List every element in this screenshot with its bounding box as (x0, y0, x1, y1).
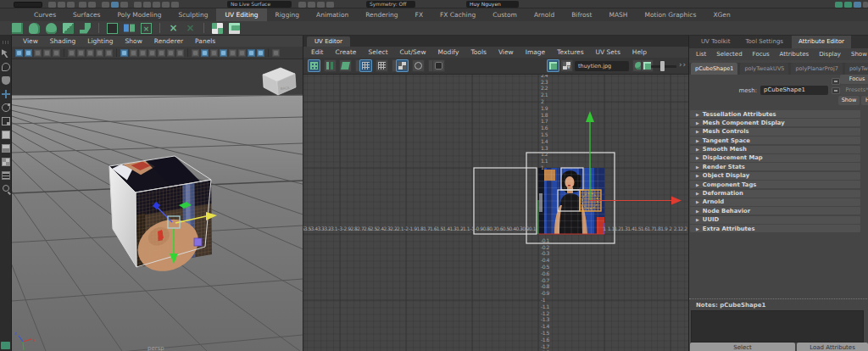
make-live-icon[interactable] (171, 2, 179, 8)
uv-textured-view-icon[interactable] (308, 59, 320, 72)
uv-editor-menu-item[interactable]: Textures (551, 47, 589, 58)
uv-editor-menu-item[interactable]: Cut/Sew (394, 47, 432, 58)
expand-attribute-button[interactable] (832, 78, 840, 85)
layout-single-pane-button[interactable] (2, 131, 10, 139)
smooth-shade-icon[interactable] (201, 49, 209, 57)
background-cube[interactable]: BACK (263, 68, 296, 95)
focus-button[interactable]: Focus (840, 75, 868, 84)
workspace-icon[interactable] (835, 2, 843, 8)
shelf-separator[interactable] (203, 23, 204, 33)
move-tool[interactable] (2, 90, 10, 98)
grid-toggle-icon[interactable] (359, 59, 372, 72)
redo-icon[interactable] (88, 2, 96, 8)
planar-projection-icon[interactable] (12, 23, 23, 34)
render-view-icon[interactable] (308, 2, 315, 8)
shade-uvs-icon[interactable] (324, 59, 337, 72)
select-camera-icon[interactable] (15, 49, 23, 57)
viewport-menu-item[interactable]: Show (120, 36, 148, 47)
shelf-tab[interactable]: XGen (704, 8, 738, 21)
notes-textarea[interactable] (691, 310, 864, 343)
hide-button[interactable]: Hide (861, 96, 868, 105)
attribute-editor-menu-item[interactable]: Attributes (775, 48, 815, 60)
shelf-tab[interactable]: UV Editing (216, 8, 266, 21)
shelf-tab[interactable]: Rendering (357, 8, 406, 21)
undo-icon[interactable] (79, 2, 86, 8)
uv-canvas[interactable]: -3.6-3.5-3.4-3.3-3.2-3.1-3-2.9-2.8-2.7-2… (303, 75, 689, 351)
menu-set-selector[interactable] (14, 2, 42, 8)
cylindrical-projection-icon[interactable] (29, 23, 40, 34)
construction-history-icon[interactable] (298, 2, 306, 8)
measure-icon[interactable] (854, 2, 861, 8)
pixel-snap-icon[interactable] (376, 59, 388, 72)
save-scene-icon[interactable] (67, 2, 75, 8)
node-tab[interactable]: polyTweakUV5 (740, 63, 788, 75)
uv-editor-menu-item[interactable]: Image (520, 47, 552, 58)
shelf-tab[interactable]: Rigging (267, 8, 308, 21)
checker-map-icon[interactable] (212, 23, 223, 34)
spherical-projection-icon[interactable] (46, 23, 57, 34)
use-all-lights-icon[interactable] (229, 49, 236, 57)
snap-to-point-icon[interactable] (153, 2, 160, 8)
uv-snapshot-camera-icon[interactable] (432, 59, 445, 72)
two-d-pan-zoom-icon[interactable] (68, 49, 75, 57)
layout-hypershade-button[interactable] (3, 185, 9, 192)
node-tab[interactable]: polyTweakUV4 (845, 63, 868, 75)
shelf-tab[interactable]: Animation (308, 8, 357, 21)
attribute-section-header[interactable]: ▶ Object Display (690, 172, 860, 180)
toolbar-separator[interactable] (187, 48, 188, 57)
scale-tool[interactable] (2, 117, 10, 125)
right-panel-tab[interactable]: Tool Settings (738, 36, 790, 48)
shelf-tab[interactable]: Bifrost (563, 8, 600, 21)
image-plane-icon[interactable] (53, 49, 60, 57)
automatic-projection-icon[interactable] (63, 23, 74, 34)
shelf-tab[interactable]: Surfaces (64, 8, 108, 21)
attribute-section-header[interactable]: ▶ Deformation (690, 190, 860, 198)
attribute-section-header[interactable]: ▶ Displacement Map (690, 154, 860, 162)
attribute-section-header[interactable]: ▶ Mesh Component Display (690, 119, 860, 126)
oversample-icon[interactable] (77, 49, 85, 57)
toolbox-grip[interactable] (3, 41, 9, 44)
layout-outliner-button[interactable] (2, 171, 10, 180)
attribute-section-header[interactable]: ▶ Node Behavior (690, 207, 860, 214)
uv-editor-menu-item[interactable]: Create (330, 47, 363, 58)
snap-to-plane-icon[interactable] (162, 2, 170, 8)
layout-four-pane-button[interactable] (2, 158, 10, 166)
checker-tiles-icon[interactable] (396, 59, 409, 72)
shelf-tab[interactable]: Poly Modeling (109, 8, 170, 21)
contour-stretch-projection-icon[interactable] (80, 23, 91, 34)
toolbox-bottom-icon[interactable] (1, 342, 10, 349)
attribute-editor-menu-item[interactable]: Show (846, 48, 868, 60)
safe-action-icon[interactable] (167, 49, 175, 57)
anti-alias-icon[interactable] (257, 49, 264, 57)
select-button[interactable]: Select (690, 343, 795, 351)
wireframe-icon[interactable] (192, 49, 199, 57)
show-button[interactable]: Show (838, 96, 860, 105)
node-tab[interactable]: polyPlanarProj7 (791, 63, 843, 75)
right-panel-tab[interactable]: Attribute Editor (792, 36, 851, 48)
attribute-editor-menu-item[interactable]: Selected (711, 48, 747, 60)
ipr-render-icon[interactable] (317, 2, 325, 8)
new-scene-icon[interactable] (48, 2, 56, 8)
uv-editor-menu-item[interactable]: Tools (465, 47, 492, 58)
snap-to-grid-icon[interactable] (134, 2, 142, 8)
shadows-icon[interactable] (238, 49, 246, 57)
pencil-icon[interactable] (105, 49, 113, 57)
attribute-section-header[interactable]: ▶ Mesh Controls (690, 128, 860, 136)
no-live-surface-field[interactable]: No Live Surface (227, 1, 292, 8)
shelf-tab[interactable]: Custom (484, 8, 526, 21)
select-tool[interactable] (2, 49, 10, 58)
lasso-tool[interactable] (2, 63, 10, 71)
sew-uv-icon[interactable] (185, 23, 196, 34)
toolbar-expand-icon[interactable]: ›› (679, 60, 687, 69)
display-image-toggle-icon[interactable] (547, 59, 559, 72)
shelf-tab[interactable]: FX Caching (431, 8, 484, 21)
rotate-tool[interactable] (2, 103, 10, 112)
gate-mask-icon[interactable] (148, 49, 156, 57)
shelf-tab[interactable]: Curves (25, 8, 64, 21)
uv-snapshot-icon[interactable] (107, 23, 118, 34)
right-panel-tab[interactable]: UV Toolkit (694, 36, 737, 48)
toolbar-separator[interactable] (64, 48, 64, 57)
toolbar-separator[interactable] (268, 48, 269, 57)
shade-over-icon[interactable] (412, 59, 425, 72)
uv-editor-menu-item[interactable]: Help (626, 47, 653, 58)
